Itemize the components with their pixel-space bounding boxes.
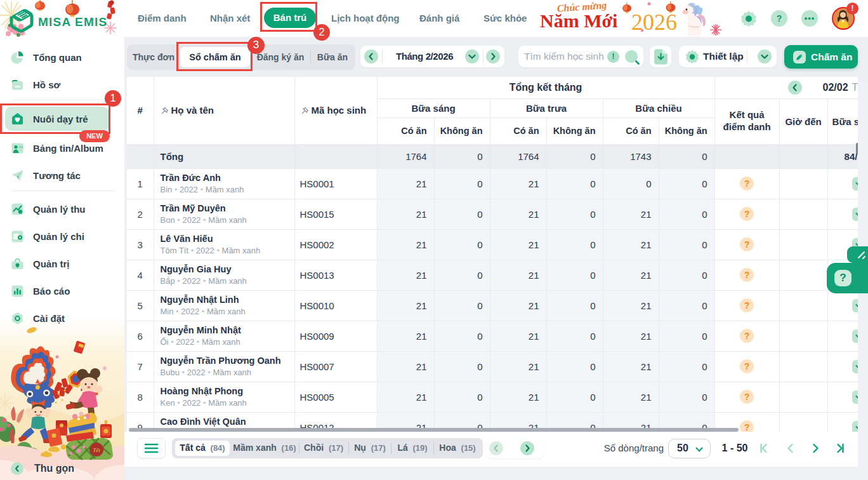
- svg-text:Tết: Tết: [93, 447, 100, 453]
